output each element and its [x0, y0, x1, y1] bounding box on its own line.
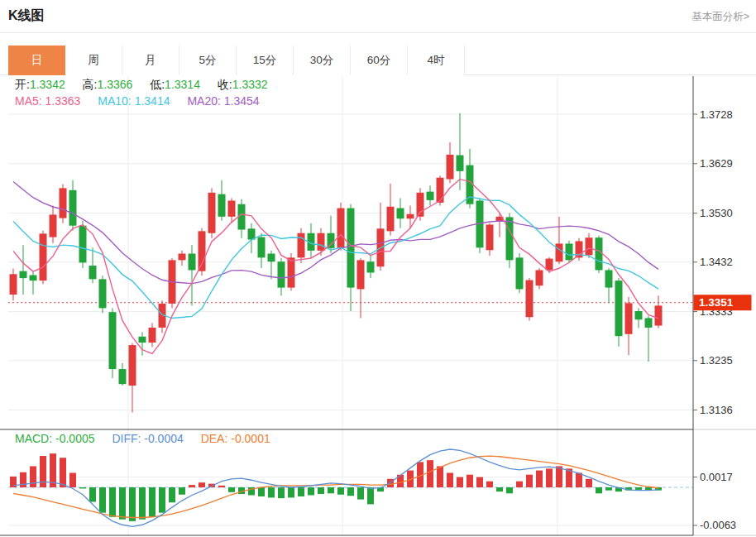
macd-bar — [605, 487, 612, 491]
macd-bar — [476, 477, 483, 487]
candle-body — [407, 214, 414, 218]
candle-body — [199, 231, 206, 271]
macd-bar — [437, 466, 443, 487]
candle-body — [318, 233, 325, 251]
macd-bar — [486, 482, 493, 487]
candle-body — [367, 261, 375, 272]
macd-bar — [159, 487, 165, 513]
macd-bar — [526, 475, 533, 487]
candle-body — [20, 271, 27, 278]
candle-body — [397, 209, 404, 219]
candle-body — [89, 266, 97, 279]
macd-bar — [308, 487, 314, 495]
candle-body — [79, 226, 87, 263]
candle-body — [596, 237, 603, 270]
price-tick-label: 1.3136 — [700, 404, 733, 416]
macd-bar — [496, 487, 503, 491]
candle-body — [208, 193, 216, 233]
candle-body — [69, 190, 77, 226]
macd-bar — [447, 472, 453, 487]
candle-body — [357, 260, 365, 289]
macd-bar — [179, 487, 185, 495]
macd-bar — [467, 475, 473, 487]
price-tick-label: 1.3432 — [700, 256, 733, 268]
candle-body — [645, 318, 653, 327]
macd-bar — [457, 477, 463, 487]
macd-bar — [556, 466, 562, 487]
tab-5min[interactable]: 5分 — [179, 46, 237, 75]
tab-week[interactable]: 周 — [65, 46, 122, 75]
candle-body — [536, 270, 543, 285]
candle-body — [298, 233, 305, 258]
price-tick-label: 1.3530 — [700, 207, 733, 219]
macd-bar — [278, 487, 285, 498]
tab-15min[interactable]: 15分 — [237, 46, 294, 75]
tab-4hour[interactable]: 4时 — [408, 46, 465, 75]
macd-bar — [506, 487, 513, 493]
macd-bar — [516, 482, 523, 487]
candle-body — [556, 243, 563, 261]
candle-body — [119, 369, 127, 384]
candle-body — [615, 280, 623, 336]
tab-day[interactable]: 日 — [8, 46, 65, 75]
candle-body — [486, 224, 494, 250]
candle-body — [149, 328, 156, 343]
macd-bar — [596, 487, 602, 493]
candle-body — [268, 254, 275, 262]
macd-bar — [109, 487, 116, 517]
macd-bar — [298, 487, 304, 496]
candle-body — [10, 274, 17, 295]
fundamental-analysis-link[interactable]: 基本面分析> — [691, 10, 749, 24]
macd-bar — [218, 486, 225, 487]
candle-body — [566, 243, 573, 260]
tab-60min[interactable]: 60分 — [351, 46, 408, 75]
candle-body — [129, 345, 136, 386]
price-tick-label: 1.3728 — [700, 108, 733, 121]
candle-body — [60, 188, 67, 218]
macd-bar — [347, 487, 354, 496]
candle-body — [99, 279, 107, 308]
candle-body — [40, 233, 47, 280]
tab-30min[interactable]: 30分 — [294, 46, 351, 75]
macd-bar — [536, 471, 543, 487]
tab-month[interactable]: 月 — [122, 46, 179, 75]
candle-body — [50, 214, 57, 237]
macd-bar — [367, 487, 374, 504]
macd-bar — [258, 487, 265, 496]
candle-body — [337, 209, 345, 248]
macd-bar — [328, 487, 334, 493]
candle-body — [506, 217, 514, 260]
candle-body — [109, 312, 117, 369]
price-tick-label: 1.3629 — [700, 157, 733, 170]
candle-body — [189, 254, 196, 271]
macd-bar — [79, 487, 86, 488]
macd-bar — [199, 482, 205, 487]
macd-bar — [119, 487, 126, 520]
price-tick-label: 1.3235 — [700, 354, 733, 367]
macd-bar — [169, 487, 175, 502]
current-price-label: 1.3351 — [699, 296, 734, 309]
macd-bar — [586, 479, 592, 487]
macd-bar — [576, 472, 582, 487]
candle-body — [347, 209, 355, 288]
period-tabs: 日 周 月 5分 15分 30分 60分 4时 — [8, 46, 465, 75]
candle-body — [427, 192, 434, 200]
candle-body — [288, 257, 295, 287]
candle-body — [625, 303, 633, 333]
candle-body — [457, 156, 464, 171]
page-header: K线图 基本面分析> — [0, 0, 756, 33]
macd-bar — [318, 487, 324, 494]
candle-body — [139, 337, 146, 343]
macd-bar — [228, 487, 235, 492]
chart-area[interactable]: 1.37281.36291.35301.34321.33331.32351.31… — [0, 74, 756, 537]
macd-bar — [189, 485, 195, 487]
macd-tick-label: 0.0017 — [700, 471, 733, 483]
macd-bar — [30, 466, 36, 487]
candle-body — [655, 305, 663, 325]
macd-bar — [337, 487, 344, 495]
macd-bar — [357, 487, 364, 500]
macd-bar — [546, 468, 553, 487]
candle-body — [635, 311, 643, 319]
macd-bar — [139, 487, 146, 520]
macd-bar — [99, 487, 106, 513]
